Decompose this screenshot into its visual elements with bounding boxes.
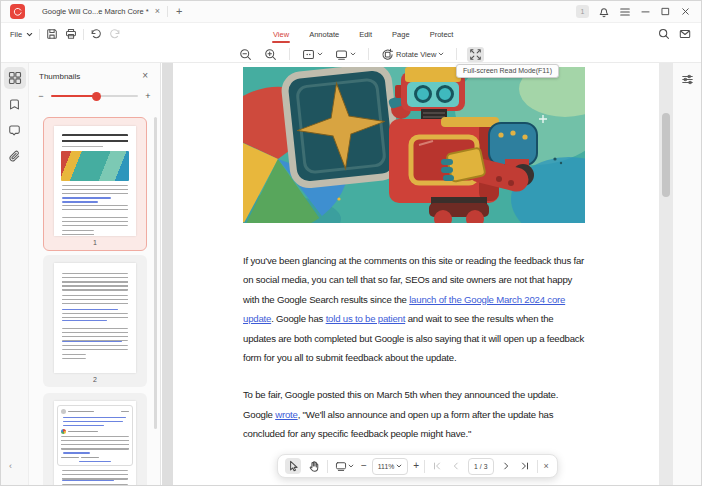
slider-minus-button[interactable]: − <box>37 91 45 101</box>
bookmarks-panel-button[interactable] <box>4 93 26 115</box>
document-area: If you've been glancing at the comments … <box>162 63 673 485</box>
bell-icon[interactable] <box>598 6 610 18</box>
tab-annotate[interactable]: Annotate <box>308 26 340 43</box>
thumbnail-page-2[interactable]: 2 <box>43 255 147 387</box>
thumbnail-page-1[interactable]: 1 <box>43 117 147 251</box>
thumbnail-page-3[interactable] <box>43 393 147 485</box>
current-page: 1 <box>474 463 478 470</box>
thumbnails-panel-button[interactable] <box>4 67 26 89</box>
slider-track[interactable] <box>51 92 138 101</box>
first-page-button[interactable] <box>430 459 444 473</box>
thumbnail-page-preview <box>54 401 136 485</box>
file-menu-label: File <box>10 30 22 39</box>
article-paragraph: To be fair, Google posted this on March … <box>243 385 587 443</box>
close-floatbar-button[interactable]: × <box>543 460 550 473</box>
chevron-down-icon <box>348 463 354 469</box>
tab-protect[interactable]: Protect <box>429 26 455 43</box>
thumbnail-page-preview <box>54 263 136 373</box>
chevron-down-icon <box>438 51 444 57</box>
window-minimize-button[interactable] <box>640 6 651 17</box>
zoom-out-button[interactable] <box>237 47 254 62</box>
zoom-in-button[interactable] <box>262 47 279 62</box>
panel-title: Thumbnails <box>39 72 80 81</box>
menu-bar: File View <box>1 23 701 45</box>
tab-view[interactable]: View <box>272 26 290 43</box>
save-button[interactable] <box>46 28 58 40</box>
view-toolbar: Rotate View <box>1 45 701 63</box>
new-tab-button[interactable]: + <box>176 6 182 17</box>
tab-bar: Google Will Co...e March Core * × + 1 <box>1 1 701 23</box>
mail-icon[interactable] <box>679 28 691 40</box>
article-hero-image <box>243 67 585 223</box>
properties-sliders-icon[interactable] <box>677 69 697 89</box>
search-icon[interactable] <box>658 28 670 40</box>
floating-page-toolbar: − 111% + 1 / 3 × <box>277 454 558 478</box>
select-tool-button[interactable] <box>285 458 301 474</box>
document-scrollbar[interactable] <box>659 63 672 485</box>
doc-link[interactable]: told us to be patient <box>326 313 406 324</box>
doc-link[interactable]: wrote <box>275 409 297 420</box>
thumbnail-page-number: 2 <box>43 373 147 387</box>
chevron-down-icon <box>350 51 356 57</box>
file-menu[interactable]: File <box>10 30 33 39</box>
zoom-decrease-button[interactable]: − <box>361 461 367 471</box>
tooltip: Full-screen Read Mode(F11) <box>456 64 559 78</box>
slider-plus-button[interactable]: + <box>144 91 152 101</box>
thumbnail-size-slider: − + <box>29 83 160 105</box>
next-page-button[interactable] <box>499 459 513 473</box>
hand-tool-button[interactable] <box>306 458 322 474</box>
print-button[interactable] <box>65 28 77 40</box>
last-page-button[interactable] <box>518 459 532 473</box>
page-number-input[interactable]: 1 / 3 <box>468 458 493 475</box>
pdf-page: If you've been glancing at the comments … <box>173 63 659 485</box>
tab-close-icon[interactable]: × <box>155 7 160 16</box>
thumbnails-panel: Thumbnails × − + <box>29 63 161 485</box>
notification-count-badge[interactable]: 1 <box>576 5 589 18</box>
collapse-sidebar-button[interactable]: ‹ <box>9 461 12 471</box>
ribbon-tabs: View Annotate Edit Page Protect <box>272 23 454 45</box>
page-separator: / <box>480 463 482 470</box>
fullscreen-read-mode-button[interactable] <box>467 47 484 62</box>
rotate-view-dropdown[interactable]: Rotate View <box>379 47 446 62</box>
window-maximize-button[interactable] <box>660 6 671 17</box>
tab-title: Google Will Co...e March Core * <box>42 7 149 16</box>
panel-scrollbar[interactable] <box>154 117 158 429</box>
tab-page[interactable]: Page <box>391 26 411 43</box>
tab-separator <box>167 6 168 17</box>
thumbnail-list: 1 <box>29 115 160 485</box>
display-mode-dropdown[interactable] <box>333 458 356 474</box>
right-sidebar <box>672 63 701 485</box>
app-logo-icon <box>10 4 25 19</box>
chevron-down-icon <box>396 463 402 469</box>
thumbnail-page-number: 1 <box>44 236 146 250</box>
undo-button[interactable] <box>90 28 102 40</box>
previous-page-button[interactable] <box>449 459 463 473</box>
menu-hamburger-icon[interactable] <box>619 6 631 18</box>
rotate-view-label: Rotate View <box>396 50 436 59</box>
chevron-down-icon <box>317 51 323 57</box>
article-paragraph: If you've been glancing at the comments … <box>243 251 587 367</box>
zoom-level-value: 111% <box>378 463 394 470</box>
zoom-level-select[interactable]: 111% <box>372 458 408 475</box>
document-scrollbar-thumb[interactable] <box>662 113 670 197</box>
document-tab[interactable]: Google Will Co...e March Core * × <box>35 1 167 23</box>
thumbnail-page-preview <box>54 126 136 236</box>
chevron-down-icon <box>26 31 33 38</box>
app-window: Google Will Co...e March Core * × + 1 <box>0 0 702 486</box>
comments-panel-button[interactable] <box>4 119 26 141</box>
window-close-button[interactable] <box>680 6 691 17</box>
zoom-increase-button[interactable]: + <box>413 461 419 471</box>
total-pages: 3 <box>484 463 488 470</box>
attachments-panel-button[interactable] <box>4 145 26 167</box>
redo-button[interactable] <box>109 28 121 40</box>
page-fit-dropdown[interactable] <box>300 47 325 62</box>
tab-edit[interactable]: Edit <box>358 26 373 43</box>
slider-handle[interactable] <box>92 92 101 101</box>
panel-close-icon[interactable]: × <box>142 71 148 81</box>
left-icon-strip: ‹ <box>1 63 29 485</box>
read-mode-dropdown[interactable] <box>333 47 358 62</box>
robot-head <box>395 67 465 111</box>
robot-shield <box>284 67 399 186</box>
